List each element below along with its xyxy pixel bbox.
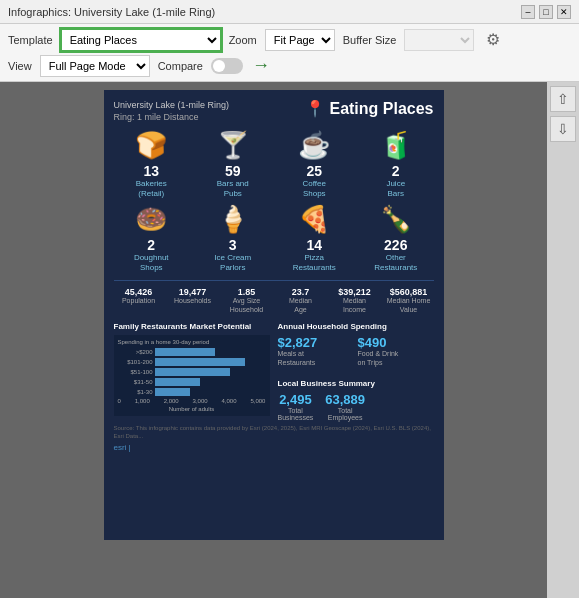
category-icon: 🍞 [135, 130, 167, 161]
stat-item: 23.7 MedianAge [276, 287, 326, 314]
stat-label: MedianIncome [330, 297, 380, 314]
infographic-header: University Lake (1-mile Ring) Ring: 1 mi… [114, 100, 434, 122]
spending-items: $2,827 Meals atRestaurants $490 Food & D… [278, 335, 434, 373]
zoom-label: Zoom [229, 34, 257, 46]
category-number: 59 [225, 163, 241, 179]
category-label: Bars andPubs [217, 179, 249, 198]
chart-y-label: Spending in a home 30-day period [118, 339, 266, 345]
settings-button[interactable]: ⚙ [482, 29, 504, 51]
category-title-text: Eating Places [329, 100, 433, 118]
stat-item: 19,477 Households [168, 287, 218, 314]
stat-number: $560,881 [384, 287, 434, 297]
category-title: 📍 Eating Places [305, 100, 433, 118]
window-controls: – □ ✕ [521, 5, 571, 19]
minimize-button[interactable]: – [521, 5, 535, 19]
bar-row: $51-100 [118, 368, 266, 376]
bar [155, 348, 215, 356]
window-title: Infographics: University Lake (1-mile Ri… [8, 6, 215, 18]
stat-number: 23.7 [276, 287, 326, 297]
category-icon: 🍾 [380, 204, 412, 235]
local-business: Local Business Summary 2,495 TotalBusine… [278, 379, 434, 421]
bar [155, 368, 230, 376]
biz-number: 2,495 [278, 392, 314, 407]
chart-x-label: Number of adults [118, 406, 266, 412]
chart-x-axis: 0 1,000 2,000 3,000 4,000 5,000 [118, 398, 266, 404]
category-item: 🍦 3 Ice CreamParlors [195, 204, 271, 272]
biz-item: 63,889 TotalEmployees [325, 392, 365, 421]
stat-label: MedianAge [276, 297, 326, 314]
buffer-label: Buffer Size [343, 34, 397, 46]
infographic: University Lake (1-mile Ring) Ring: 1 mi… [104, 90, 444, 540]
bar [155, 388, 190, 396]
category-number: 13 [143, 163, 159, 179]
location-pin-icon: 📍 [305, 100, 325, 118]
side-controls: ⇧ ⇩ [547, 82, 579, 598]
source-text: Source: This infographic contains data p… [114, 425, 434, 441]
bar-label: $101-200 [118, 359, 153, 365]
category-label: DoughnutShops [134, 253, 169, 272]
bar-row: >$200 [118, 348, 266, 356]
navigate-arrow[interactable]: → [251, 56, 271, 76]
ring-label: Ring: 1 mile Distance [114, 112, 230, 122]
bar-label: >$200 [118, 349, 153, 355]
bar-label: $1-30 [118, 389, 153, 395]
buffer-select[interactable] [404, 29, 474, 51]
category-number: 14 [306, 237, 322, 253]
category-item: 🍾 226 OtherRestaurants [358, 204, 434, 272]
bar [155, 378, 200, 386]
stat-label: Median HomeValue [384, 297, 434, 314]
category-label: OtherRestaurants [374, 253, 417, 272]
category-label: CoffeeShops [303, 179, 326, 198]
category-number: 3 [229, 237, 237, 253]
template-select[interactable]: Eating Places [61, 29, 221, 51]
location-title: University Lake (1-mile Ring) [114, 100, 230, 110]
stat-label: Avg SizeHousehold [222, 297, 272, 314]
biz-number: 63,889 [325, 392, 365, 407]
category-item: 🍕 14 PizzaRestaurants [277, 204, 353, 272]
category-icon: ☕ [298, 130, 330, 161]
bottom-section: Family Restaurants Market Potential Spen… [114, 322, 434, 421]
category-item: 🍩 2 DoughnutShops [114, 204, 190, 272]
view-select[interactable]: Full Page Mode [40, 55, 150, 77]
category-icon: 🍦 [217, 204, 249, 235]
toolbar-row-1: Template Eating Places Zoom Fit Page Buf… [8, 29, 571, 51]
stat-item: 45,426 Population [114, 287, 164, 314]
bar-row: $1-30 [118, 388, 266, 396]
stat-label: Households [168, 297, 218, 305]
title-bar: Infographics: University Lake (1-mile Ri… [0, 0, 579, 24]
category-label: PizzaRestaurants [293, 253, 336, 272]
stat-item: $39,212 MedianIncome [330, 287, 380, 314]
local-biz-title: Local Business Summary [278, 379, 434, 388]
stat-item: 1.85 Avg SizeHousehold [222, 287, 272, 314]
maximize-button[interactable]: □ [539, 5, 553, 19]
spending-item: $490 Food & Drinkon Trips [358, 335, 434, 367]
spending-amount: $490 [358, 335, 434, 350]
bar-label: $51-100 [118, 369, 153, 375]
category-grid: 🍞 13 Bakeries(Retail) 🍸 59 Bars andPubs … [114, 130, 434, 272]
scroll-up-button[interactable]: ⇧ [550, 86, 576, 112]
toolbar: Template Eating Places Zoom Fit Page Buf… [0, 24, 579, 82]
stat-number: 1.85 [222, 287, 272, 297]
stat-number: $39,212 [330, 287, 380, 297]
right-section: Annual Household Spending $2,827 Meals a… [278, 322, 434, 421]
category-label: JuiceBars [386, 179, 405, 198]
category-item: 🍸 59 Bars andPubs [195, 130, 271, 198]
template-label: Template [8, 34, 53, 46]
category-item: ☕ 25 CoffeeShops [277, 130, 353, 198]
category-number: 2 [147, 237, 155, 253]
eating-places-header: 📍 Eating Places [305, 100, 433, 118]
compare-toggle[interactable] [211, 58, 243, 74]
main-content: University Lake (1-mile Ring) Ring: 1 mi… [0, 82, 579, 598]
category-label: Bakeries(Retail) [136, 179, 167, 198]
stat-label: Population [114, 297, 164, 305]
biz-row: 2,495 TotalBusinesses 63,889 TotalEmploy… [278, 392, 434, 421]
annual-spending: Annual Household Spending $2,827 Meals a… [278, 322, 434, 373]
view-label: View [8, 60, 32, 72]
scroll-down-button[interactable]: ⇩ [550, 116, 576, 142]
stat-number: 19,477 [168, 287, 218, 297]
close-button[interactable]: ✕ [557, 5, 571, 19]
category-icon: 🍩 [135, 204, 167, 235]
esri-logo: esri | [114, 443, 434, 452]
biz-label: TotalEmployees [325, 407, 365, 421]
zoom-select[interactable]: Fit Page [265, 29, 335, 51]
